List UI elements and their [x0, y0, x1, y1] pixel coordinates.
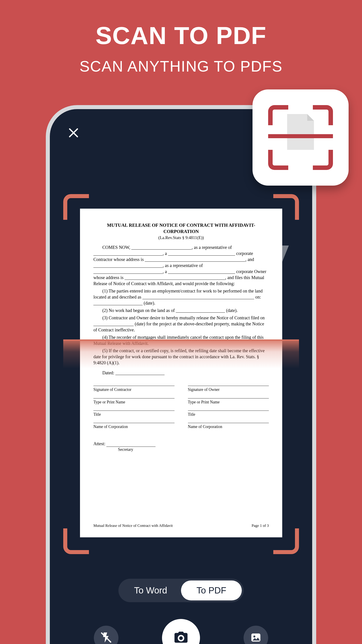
frame-corner-bl	[63, 528, 89, 554]
headline-subtitle: SCAN ANYTHING TO PDFS	[0, 58, 362, 75]
scan-document-icon	[268, 105, 333, 170]
flash-toggle-button[interactable]	[94, 626, 118, 644]
close-button[interactable]	[68, 127, 79, 141]
gallery-button[interactable]	[244, 626, 268, 644]
scan-icon-corner-tr	[313, 105, 333, 125]
scan-icon-corner-tl	[268, 105, 288, 125]
scan-icon-corner-br	[313, 150, 333, 170]
scan-icon-corner-bl	[268, 150, 288, 170]
headline: SCAN TO PDF SCAN ANYTHING TO PDFS	[0, 0, 362, 75]
camera-icon	[173, 630, 189, 644]
frame-corner-tr	[273, 194, 299, 220]
shutter-button[interactable]	[162, 619, 200, 644]
scan-frame	[63, 194, 299, 554]
headline-title: SCAN TO PDF	[0, 21, 362, 50]
camera-action-bar	[50, 619, 312, 644]
gallery-icon	[250, 632, 262, 644]
scan-icon-bar	[268, 134, 333, 138]
segment-to-pdf[interactable]: To PDF	[181, 580, 242, 600]
phone-frame: MUTUAL RELEASE OF NOTICE OF CONTRACT WIT…	[46, 105, 316, 644]
app-icon-card	[253, 90, 349, 186]
frame-corner-br	[273, 528, 299, 554]
segment-to-word[interactable]: To Word	[120, 580, 181, 600]
svg-point-4	[253, 636, 255, 638]
flash-off-icon	[100, 632, 112, 644]
output-format-segmented[interactable]: To Word To PDF	[118, 579, 244, 602]
frame-corner-tl	[63, 194, 89, 220]
